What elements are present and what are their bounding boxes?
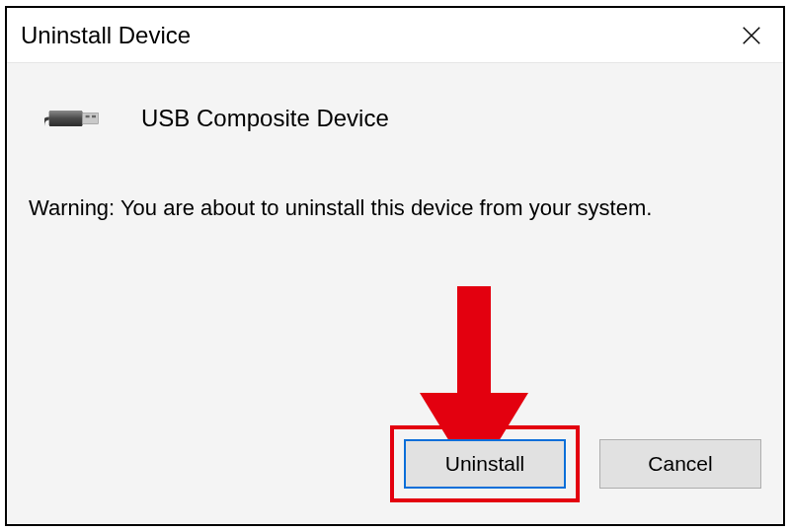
dialog-frame: Uninstall Device: [5, 6, 785, 526]
svg-rect-3: [49, 111, 83, 126]
device-name: USB Composite Device: [141, 105, 389, 132]
button-row: Uninstall Cancel: [390, 425, 761, 502]
uninstall-button[interactable]: Uninstall: [404, 439, 566, 489]
dialog-content: USB Composite Device Warning: You are ab…: [7, 63, 783, 524]
close-icon: [741, 25, 762, 46]
svg-rect-4: [82, 113, 98, 123]
svg-rect-6: [92, 115, 96, 117]
dialog-title: Uninstall Device: [21, 22, 191, 49]
titlebar: Uninstall Device: [7, 8, 783, 63]
warning-text: Warning: You are about to uninstall this…: [29, 193, 761, 223]
close-button[interactable]: [732, 16, 771, 55]
svg-rect-5: [86, 115, 90, 117]
cancel-button[interactable]: Cancel: [599, 439, 761, 489]
device-row: USB Composite Device: [44, 97, 761, 140]
usb-device-icon: [44, 97, 108, 140]
uninstall-highlight: Uninstall: [390, 425, 580, 502]
